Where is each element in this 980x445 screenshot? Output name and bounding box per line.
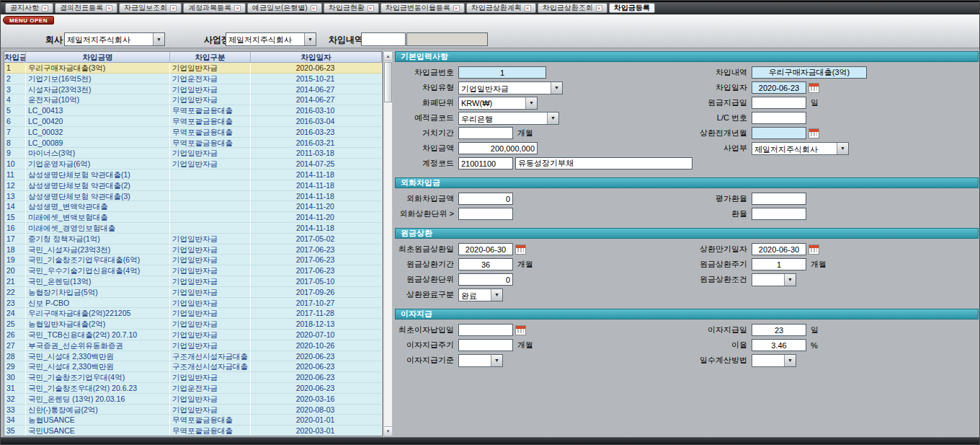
interest-basis-select[interactable]: ▼ [458,354,503,367]
loan-row[interactable]: 1우리구매자금대출(3억)기업일반자금2020-06-23 [4,63,382,74]
day-count-select[interactable]: ▼ [752,354,796,367]
complete-flag-select[interactable]: 완료 ▼ [458,288,503,301]
repay-unit-field[interactable] [458,273,513,286]
eval-rate-field[interactable] [752,193,806,205]
tab-close-icon[interactable]: × [453,5,460,12]
tab-close-icon[interactable]: × [234,5,241,12]
menu-open-button[interactable]: MENU OPEN [3,16,54,25]
tab-5[interactable]: 차입금현황× [324,3,379,13]
loan-row[interactable]: 28국민_시설대 2,330백만원구조개선시설자금대출2020-06-23 [4,351,382,362]
loan-row[interactable]: 35국민USANCE무역포괄금융대출2020-03-01 [4,426,382,436]
loan-row[interactable]: 2기업기보(16억5천)기업운전자금2015-10-21 [4,74,382,84]
tab-close-icon[interactable]: × [525,5,531,12]
loan-row[interactable]: 4운전자금(10억)기업일반자금2014-06-27 [4,94,382,105]
interest-cycle-field[interactable] [458,339,513,351]
company-select[interactable]: 제일저지주식회사 ▼ [64,32,165,46]
table-scrollbar[interactable]: ▲ ▼ [383,51,393,436]
tab-close-icon[interactable]: × [311,5,317,12]
tab-7[interactable]: 차입금상환계획× [466,3,536,13]
loan-row[interactable]: 31국민_기술창조우대(2억) 20.6.23기업운전자금2020-06-23 [4,383,382,394]
loan-row[interactable]: 24우리구매자금대출(2억)221205기업일반자금2017-11-28 [4,308,382,319]
rollover-ym-field[interactable] [752,127,806,139]
loan-row[interactable]: 27부국증권_선순위유동화증권기업일반자금2020-10-26 [4,340,382,351]
tab-close-icon[interactable]: × [170,5,177,12]
currency-select[interactable]: KRW(₩) ▼ [458,97,538,110]
loan-name-field[interactable] [752,66,867,79]
calendar-icon[interactable] [808,128,819,138]
loan-amount-field[interactable] [458,142,538,154]
calendar-icon[interactable] [808,244,819,255]
interest-day-field[interactable] [752,324,806,336]
tab-2[interactable]: 자금일보조회× [119,3,182,13]
loan-row[interactable]: 33신한(-)통장예금(2억)기업일반자금2020-08-03 [4,405,382,415]
loan-row[interactable]: 30국민_기술창조기업우대(4억)기업일반자금2020-06-23 [4,372,382,383]
scroll-down-icon[interactable]: ▼ [384,426,392,436]
fx-unit-field[interactable] [458,208,513,220]
loan-row[interactable]: 34농협USANCE무역포괄금융대출2020-01-01 [4,415,382,426]
interest-rate-field[interactable] [752,339,806,351]
loan-row[interactable]: 19국민_기술창조기업우대대출(6억)기업일반자금2017-06-23 [4,255,382,265]
calendar-icon[interactable] [515,244,526,255]
first-interest-date-field[interactable] [458,324,513,336]
scrollbar-thumb[interactable] [384,62,392,102]
exchange-rate-field[interactable] [752,208,806,220]
loan-row[interactable]: 23신보 P-CBO기업일반자금2017-10-27 [4,298,382,309]
loan-row[interactable]: 25농협일반자금대출(2억)기업일반자금2018-12-13 [4,319,382,330]
loan-no-field[interactable] [458,66,546,79]
loan-row[interactable]: 21국민_온렌딩(13억)기업일반자금2017-05-10 [4,276,382,287]
loan-row[interactable]: 13삼성생명단체보험 약관대출(3)2014-11-18 [4,191,382,202]
loan-row[interactable]: 16미래에셋_경영인보험대출2014-11-18 [4,223,382,234]
loan-row[interactable]: 6LC_00420무역포괄금융대출2016-03-04 [4,116,382,127]
loan-row[interactable]: 14삼성생명_변액약관대출2014-11-20 [4,201,382,212]
loan-row[interactable]: 11삼성생명단체보험 약관대출(1)2014-11-18 [4,169,382,180]
grace-period-field[interactable] [458,127,513,139]
scroll-up-icon[interactable]: ▲ [384,52,392,61]
tab-6[interactable]: 차입금변동이율등록× [380,3,465,13]
loan-row[interactable]: 32국민_온렌딩 (13억) 20.03.16기업일반자금2020-03-16 [4,394,382,405]
loan-row[interactable]: 17중기청 정책자금(1억)기업일반자금2017-05-02 [4,234,382,244]
loan-row[interactable]: 10기업운영자금(6억)기업일반자금2014-07-25 [4,159,382,169]
site-select[interactable]: 제일저지주식회사 ▼ [226,32,316,46]
repay-condition-select[interactable]: ▼ [752,273,796,286]
tab-9[interactable]: 차입금등록 [609,3,655,13]
loan-row[interactable]: 22농협장기차입금(5억)기업일반자금2017-09-26 [4,287,382,298]
loan-row[interactable]: 18국민_시설자금(23억3천)기업일반자금2017-06-23 [4,244,382,255]
tab-1[interactable]: 결의전표등록× [55,3,117,13]
calendar-icon[interactable] [515,325,526,335]
deposit-code-select[interactable]: 우리은행 ▼ [458,112,559,125]
loan-row[interactable]: 7LC_00032무역포괄금융대출2016-03-23 [4,127,382,138]
tab-close-icon[interactable]: × [42,5,48,12]
fx-amount-field[interactable] [458,193,513,205]
tab-8[interactable]: 차입금상환조회× [538,3,607,13]
loan-type-cell [170,191,251,202]
principal-day-field[interactable] [752,97,806,109]
loan-row[interactable]: 12삼성생명단체보험 약관대출(2)2014-11-18 [4,180,382,191]
account-code-field[interactable] [458,157,513,169]
loan-type-select[interactable]: 기업일반자금 ▼ [458,81,563,94]
loan-row[interactable]: 8LC_00089무역포괄금융대출2016-03-21 [4,138,382,149]
repay-period-field[interactable] [458,258,513,270]
loan-name-cell: 중기청 정책자금(1억) [26,234,170,244]
tab-3[interactable]: 계정과목등록× [183,3,246,13]
loan-row[interactable]: 5LC_00413무역포괄금융대출2016-03-10 [4,105,382,116]
loan-row[interactable]: 20국민_우수기술기업신용대출(4억)기업일반자금2017-06-23 [4,265,382,276]
tab-0[interactable]: 공지사항× [5,3,53,13]
loan-row[interactable]: 29국민_시설대 2,330백만원구조개선시설자금대출2020-06-23 [4,361,382,372]
division-select[interactable]: 제일저지주식회사 ▼ [752,142,849,155]
repay-cycle-field[interactable] [752,258,806,270]
first-repay-date-field[interactable] [458,243,513,255]
loan-date-field[interactable] [752,81,806,94]
loan-row[interactable]: 9마이너스(3억)기업일반자금2011-03-18 [4,148,382,159]
loan-row[interactable]: 26국민_TCB신용대출(2억) 20.7.10기업일반자금2020-07-10 [4,330,382,340]
calendar-icon[interactable] [808,83,819,93]
loan-row[interactable]: 15미래에셋_변액보험대출2014-11-20 [4,212,382,223]
account-name-field[interactable] [515,157,692,169]
lc-no-field[interactable] [752,112,806,124]
loan-row[interactable]: 3시설자금(23억3천)기업일반자금2014-06-27 [4,84,382,95]
loan-search-input[interactable] [361,32,406,46]
maturity-date-field[interactable] [752,243,806,255]
tab-close-icon[interactable]: × [106,5,112,12]
tab-close-icon[interactable]: × [596,5,602,12]
tab-close-icon[interactable]: × [368,5,374,12]
tab-4[interactable]: 예금일보(은행별)× [247,3,322,13]
